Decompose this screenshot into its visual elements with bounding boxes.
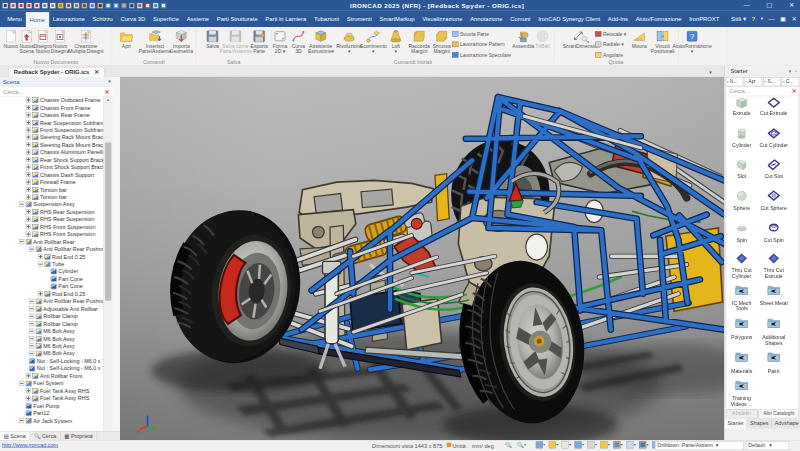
svg-text:?: ?: [690, 32, 694, 41]
svg-text:X: X: [137, 430, 140, 435]
